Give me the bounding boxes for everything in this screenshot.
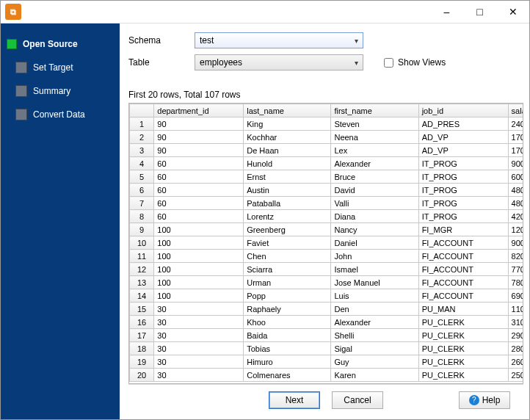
grid-cell[interactable]: 12000 [508, 223, 523, 236]
grid-cell[interactable]: Guy [331, 355, 418, 369]
table-row[interactable]: 11100ChenJohnFI_ACCOUNT8200JCHEN108 [130, 250, 523, 263]
grid-cell[interactable]: David [331, 184, 418, 197]
grid-cell[interactable]: 3100 [508, 316, 523, 329]
grid-cell[interactable]: AD_VP [418, 131, 508, 144]
table-row[interactable]: 12100SciarraIsmaelFI_ACCOUNT7700ISCIARRA… [130, 263, 523, 276]
row-number-cell[interactable]: 8 [130, 210, 154, 223]
grid-scroll[interactable]: department_id last_name first_name job_i… [129, 104, 523, 383]
table-row[interactable]: 2030ColmenaresKarenPU_CLERK2500KCOLMENA1… [130, 369, 523, 382]
grid-cell[interactable]: 7800 [508, 276, 523, 289]
wizard-step-convert-data[interactable]: Convert Data [1, 104, 120, 125]
grid-cell[interactable]: Jose Manuel [331, 276, 418, 289]
grid-cell[interactable]: Alexander [331, 316, 418, 329]
table-row[interactable]: 290KochharNeenaAD_VP17000NKOCHHAR100 [130, 131, 523, 144]
wizard-step-set-target[interactable]: Set Target [1, 57, 120, 78]
row-number-cell[interactable]: 19 [130, 355, 154, 369]
grid-cell[interactable]: Hunold [244, 157, 331, 170]
grid-cell[interactable]: 90 [154, 117, 244, 131]
grid-cell[interactable]: 2900 [508, 329, 523, 342]
grid-cell[interactable]: IT_PROG [418, 197, 508, 210]
grid-cell[interactable]: Pataballa [244, 197, 331, 210]
row-number-cell[interactable]: 5 [130, 170, 154, 184]
grid-cell[interactable]: Sciarra [244, 263, 331, 276]
table-row[interactable]: 9100GreenbergNancyFI_MGR12000NGREENBE101 [130, 223, 523, 236]
row-number-cell[interactable]: 12 [130, 263, 154, 276]
grid-cell[interactable]: Den [331, 303, 418, 316]
grid-cell[interactable]: 90 [154, 131, 244, 144]
grid-cell[interactable]: De Haan [244, 144, 331, 157]
grid-cell[interactable]: 100 [154, 236, 244, 250]
grid-cell[interactable]: Greenberg [244, 223, 331, 236]
table-row[interactable]: 1930HimuroGuyPU_CLERK2600GHIMURO114 [130, 355, 523, 369]
col-header-department-id[interactable]: department_id [154, 104, 244, 117]
row-number-cell[interactable]: 11 [130, 250, 154, 263]
table-row[interactable]: 1530RaphaelyDenPU_MAN11000DRAPHEAL100 [130, 303, 523, 316]
grid-cell[interactable]: 9000 [508, 236, 523, 250]
table-row[interactable]: 660AustinDavidIT_PROG4800DAUSTIN103 [130, 184, 523, 197]
grid-cell[interactable]: PU_CLERK [418, 369, 508, 382]
table-row[interactable]: 10100FavietDanielFI_ACCOUNT9000DFAVIET10… [130, 236, 523, 250]
grid-cell[interactable]: Valli [331, 197, 418, 210]
grid-cell[interactable]: PU_CLERK [418, 316, 508, 329]
grid-cell[interactable]: 6000 [508, 170, 523, 184]
grid-cell[interactable]: Shelli [331, 329, 418, 342]
row-number-cell[interactable]: 7 [130, 197, 154, 210]
grid-cell[interactable]: Diana [331, 210, 418, 223]
table-row[interactable]: 390De HaanLexAD_VP17000LDEHAAN100 [130, 144, 523, 157]
grid-cell[interactable]: 60 [154, 184, 244, 197]
grid-cell[interactable]: 30 [154, 303, 244, 316]
row-number-cell[interactable]: 4 [130, 157, 154, 170]
grid-cell[interactable]: 60 [154, 210, 244, 223]
row-number-cell[interactable]: 16 [130, 316, 154, 329]
grid-cell[interactable]: FI_MGR [418, 223, 508, 236]
grid-cell[interactable]: IT_PROG [418, 170, 508, 184]
row-number-cell[interactable]: 9 [130, 223, 154, 236]
grid-cell[interactable]: 9000 [508, 157, 523, 170]
table-row[interactable]: 1730BaidaShelliPU_CLERK2900SBAIDA114 [130, 329, 523, 342]
grid-cell[interactable]: Lex [331, 144, 418, 157]
grid-cell[interactable]: 60 [154, 197, 244, 210]
grid-cell[interactable]: 30 [154, 316, 244, 329]
row-number-cell[interactable]: 15 [130, 303, 154, 316]
grid-cell[interactable]: 100 [154, 263, 244, 276]
grid-cell[interactable]: 100 [154, 250, 244, 263]
row-number-cell[interactable]: 3 [130, 144, 154, 157]
row-number-cell[interactable]: 18 [130, 342, 154, 355]
grid-cell[interactable]: FI_ACCOUNT [418, 250, 508, 263]
grid-cell[interactable]: Raphaely [244, 303, 331, 316]
table-select[interactable]: employees ▾ [195, 54, 363, 70]
grid-cell[interactable]: 30 [154, 369, 244, 382]
help-button[interactable]: ? Help [459, 391, 510, 409]
grid-cell[interactable]: 7700 [508, 263, 523, 276]
table-row[interactable]: 760PataballaValliIT_PROG4800VPATABAL103 [130, 197, 523, 210]
grid-cell[interactable]: Karen [331, 369, 418, 382]
grid-cell[interactable]: Alexander [331, 157, 418, 170]
grid-cell[interactable]: 8200 [508, 250, 523, 263]
grid-cell[interactable]: 30 [154, 355, 244, 369]
grid-cell[interactable]: 4800 [508, 184, 523, 197]
grid-cell[interactable]: 6900 [508, 289, 523, 303]
grid-cell[interactable]: 30 [154, 342, 244, 355]
grid-cell[interactable]: Austin [244, 184, 331, 197]
col-header-salary[interactable]: salary [508, 104, 523, 117]
grid-cell[interactable]: King [244, 117, 331, 131]
grid-cell[interactable]: Nancy [331, 223, 418, 236]
table-row[interactable]: 560ErnstBruceIT_PROG6000BERNST103 [130, 170, 523, 184]
grid-cell[interactable]: FI_ACCOUNT [418, 263, 508, 276]
row-number-cell[interactable]: 13 [130, 276, 154, 289]
schema-select[interactable]: test ▾ [195, 32, 363, 48]
grid-cell[interactable]: AD_PRES [418, 117, 508, 131]
table-row[interactable]: 1630KhooAlexanderPU_CLERK3100AKHOO114 [130, 316, 523, 329]
grid-cell[interactable]: Faviet [244, 236, 331, 250]
grid-cell[interactable]: 60 [154, 170, 244, 184]
grid-cell[interactable]: Chen [244, 250, 331, 263]
grid-cell[interactable]: 100 [154, 276, 244, 289]
cancel-button[interactable]: Cancel [332, 391, 383, 409]
table-row[interactable]: 14100PoppLuisFI_ACCOUNT6900LPOPP108 [130, 289, 523, 303]
row-number-cell[interactable]: 10 [130, 236, 154, 250]
grid-cell[interactable]: Sigal [331, 342, 418, 355]
grid-cell[interactable]: 30 [154, 329, 244, 342]
wizard-step-open-source[interactable]: Open Source [1, 34, 120, 54]
grid-cell[interactable]: FI_ACCOUNT [418, 236, 508, 250]
col-header-job-id[interactable]: job_id [418, 104, 508, 117]
